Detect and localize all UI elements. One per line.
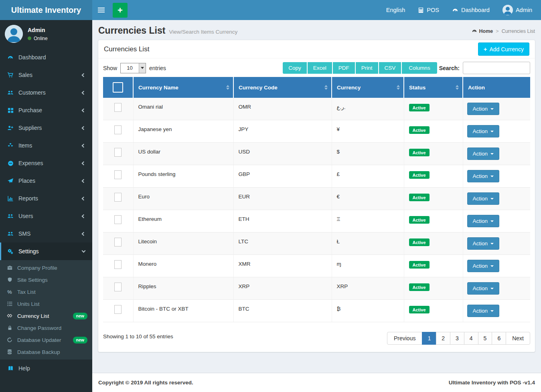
brand-logo[interactable]: Ultimate Inventory bbox=[0, 0, 92, 20]
gears-icon bbox=[6, 249, 15, 255]
users-icon bbox=[6, 213, 15, 219]
sidebar-item-purchase[interactable]: Purchase bbox=[0, 101, 92, 119]
action-dropdown-button[interactable]: Action bbox=[467, 148, 500, 160]
sidebar-item-users[interactable]: Users bbox=[0, 207, 92, 225]
caret-down-icon bbox=[490, 288, 494, 289]
action-dropdown-button[interactable]: Action bbox=[467, 282, 500, 295]
nav-dashboard[interactable]: Dashboard bbox=[452, 7, 490, 13]
page-length-select[interactable]: 10 bbox=[120, 63, 146, 73]
navbar-right: + English POS Dashboard Adm bbox=[92, 0, 541, 20]
sidebar-item-settings[interactable]: Settings bbox=[0, 242, 92, 260]
row-checkbox[interactable] bbox=[114, 215, 122, 224]
row-checkbox[interactable] bbox=[114, 238, 122, 247]
nav-user-menu[interactable]: Admin bbox=[503, 5, 532, 15]
sidebar-item-expenses[interactable]: Expenses bbox=[0, 154, 92, 172]
caret-down-icon bbox=[490, 265, 494, 267]
pagination-previous[interactable]: Previous bbox=[387, 332, 422, 345]
sidebar: Admin Online Dashboard Sales Customers P… bbox=[0, 20, 92, 392]
table-row: Euro EUR € Active Action bbox=[103, 188, 530, 210]
pagination-page-4[interactable]: 4 bbox=[464, 332, 478, 345]
circle-icon bbox=[6, 337, 14, 343]
sidebar-item-customers[interactable]: Customers bbox=[0, 84, 92, 101]
diamond-icon bbox=[6, 313, 14, 319]
breadcrumb-separator: > bbox=[496, 28, 498, 34]
table-footer: Showing 1 to 10 of 55 entries Previous 1… bbox=[103, 328, 530, 345]
sidebar-item-suppliers[interactable]: Suppliers bbox=[0, 119, 92, 137]
pagination-page-6[interactable]: 6 bbox=[492, 332, 506, 345]
status-badge: Active bbox=[409, 216, 430, 224]
sidebar-item-items[interactable]: Items bbox=[0, 137, 92, 154]
status-badge: Active bbox=[409, 126, 430, 134]
nav-language[interactable]: English bbox=[386, 7, 405, 13]
copy-button[interactable]: Copy bbox=[283, 62, 307, 74]
breadcrumb-home[interactable]: Home bbox=[472, 28, 493, 34]
currency-name-cell: Bitcoin - BTC or XBT bbox=[133, 300, 233, 322]
column-header-currency-code[interactable]: Currency Code bbox=[233, 77, 332, 98]
sidebar-subitem-database-updater[interactable]: Database Updater new bbox=[0, 334, 92, 346]
users-icon bbox=[6, 90, 15, 96]
caret-down-icon bbox=[490, 153, 494, 155]
sidebar-item-sms[interactable]: SMS bbox=[0, 225, 92, 242]
action-dropdown-button[interactable]: Action bbox=[467, 192, 500, 205]
row-checkbox[interactable] bbox=[114, 260, 122, 269]
sidebar-subitem-site-settings[interactable]: Site Settings bbox=[0, 274, 92, 286]
currency-symbol-cell: ر.ع. bbox=[332, 98, 404, 120]
add-currency-button[interactable]: + Add Currency bbox=[478, 42, 529, 56]
columns-button[interactable]: Columns bbox=[402, 62, 437, 74]
row-checkbox[interactable] bbox=[114, 148, 122, 157]
csv-button[interactable]: CSV bbox=[379, 62, 401, 74]
action-dropdown-button[interactable]: Action bbox=[467, 237, 500, 250]
action-dropdown-button[interactable]: Action bbox=[467, 260, 500, 272]
sidebar-item-reports[interactable]: Reports bbox=[0, 190, 92, 207]
row-checkbox[interactable] bbox=[114, 125, 122, 134]
column-header-currency[interactable]: Currency bbox=[332, 77, 404, 98]
sidebar-subitem-company-profile[interactable]: Company Profile bbox=[0, 262, 92, 274]
print-button[interactable]: Print bbox=[356, 62, 378, 74]
sidebar-item-label: Help bbox=[18, 365, 30, 372]
sidebar-toggle-button[interactable] bbox=[92, 0, 110, 20]
sidebar-item-label: Expenses bbox=[18, 160, 43, 166]
sidebar-item-places[interactable]: Places bbox=[0, 172, 92, 190]
sidebar-user-status[interactable]: Online bbox=[28, 36, 48, 41]
status-badge: Active bbox=[409, 194, 430, 201]
action-dropdown-button[interactable]: Action bbox=[467, 125, 500, 137]
entries-label: entries bbox=[149, 65, 166, 71]
search-input[interactable] bbox=[463, 62, 530, 74]
row-checkbox[interactable] bbox=[114, 283, 122, 291]
row-checkbox[interactable] bbox=[114, 193, 122, 202]
sidebar-item-dashboard[interactable]: Dashboard bbox=[0, 48, 92, 66]
nav-pos[interactable]: POS bbox=[418, 7, 439, 13]
online-status-icon bbox=[28, 36, 31, 40]
pagination-next[interactable]: Next bbox=[506, 332, 530, 345]
pdf-button[interactable]: PDF bbox=[333, 62, 355, 74]
sidebar-subitem-database-backup[interactable]: Database Backup bbox=[0, 346, 92, 358]
sidebar-item-help[interactable]: Help bbox=[0, 360, 92, 377]
sidebar-subitem-change-password[interactable]: Change Password bbox=[0, 322, 92, 334]
currencies-table: Currency Name Currency Code Currency Sta… bbox=[103, 77, 530, 322]
row-checkbox[interactable] bbox=[114, 103, 122, 112]
sidebar-subitem-tax-list[interactable]: % Tax List bbox=[0, 286, 92, 298]
cart-icon bbox=[6, 72, 15, 78]
pagination-page-3[interactable]: 3 bbox=[450, 332, 464, 345]
sidebar-item-sales[interactable]: Sales bbox=[0, 66, 92, 84]
pagination-page-2[interactable]: 2 bbox=[436, 332, 450, 345]
search-label: Search: bbox=[439, 65, 460, 71]
pagination-page-1[interactable]: 1 bbox=[422, 332, 436, 345]
action-dropdown-button[interactable]: Action bbox=[467, 103, 500, 115]
action-dropdown-button[interactable]: Action bbox=[467, 215, 500, 227]
column-header-status[interactable]: Status bbox=[404, 77, 463, 98]
currency-code-cell: ETH bbox=[233, 210, 332, 232]
row-checkbox[interactable] bbox=[114, 170, 122, 179]
sidebar-subitem-units-list[interactable]: Units List bbox=[0, 298, 92, 310]
action-dropdown-button[interactable]: Action bbox=[467, 170, 500, 182]
table-toolbar: Show 10 entries Copy Excel PDF Print CSV… bbox=[103, 62, 530, 74]
select-all-checkbox[interactable] bbox=[113, 82, 123, 93]
quick-add-button[interactable]: + bbox=[113, 3, 128, 18]
chevron-left-icon bbox=[82, 179, 86, 183]
action-dropdown-button[interactable]: Action bbox=[467, 305, 500, 317]
excel-button[interactable]: Excel bbox=[308, 62, 332, 74]
pagination-page-5[interactable]: 5 bbox=[478, 332, 492, 345]
column-header-currency-name[interactable]: Currency Name bbox=[133, 77, 233, 98]
sidebar-subitem-currency-list[interactable]: Currency List new bbox=[0, 310, 92, 322]
row-checkbox[interactable] bbox=[114, 305, 122, 314]
